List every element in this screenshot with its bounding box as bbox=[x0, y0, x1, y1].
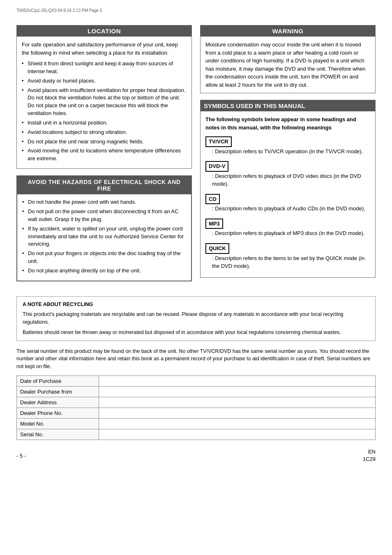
symbol-entry-mp3: MP3 : Description refers to playback of … bbox=[205, 216, 370, 237]
symbols-section: SYMBOLS USED IN THIS MANUAL The followin… bbox=[200, 100, 376, 278]
footer-lang: EN bbox=[363, 448, 376, 456]
recycle-text1: This product's packaging materials are r… bbox=[23, 311, 369, 326]
symbol-entry-tvcr: TV/VCR : Description refers to TV/VCR op… bbox=[205, 134, 370, 155]
symbol-desc: : Description refers to the items to be … bbox=[205, 255, 370, 270]
location-section: LOCATION For safe operation and satisfac… bbox=[16, 25, 192, 169]
symbol-tag: TV/VCR bbox=[205, 136, 232, 147]
list-item: Do not place the unit near strong magnet… bbox=[22, 138, 187, 146]
table-cell-label: Model No. bbox=[17, 418, 99, 429]
table-cell-label: Date of Purchase bbox=[17, 375, 99, 386]
file-header-text: T0052UC(p1-35).QX3 04.9.16 2:13 PM Page … bbox=[16, 8, 102, 13]
table-cell-value bbox=[99, 397, 376, 408]
table-row: Dealer Address bbox=[17, 397, 376, 408]
location-content: For safe operation and satisfactory perf… bbox=[17, 37, 191, 168]
list-item: Avoid locations subject to strong vibrat… bbox=[22, 129, 187, 136]
list-item: Do not handle the power cord with wet ha… bbox=[22, 198, 186, 206]
list-item: Do not pull on the power cord when disco… bbox=[22, 208, 186, 223]
table-cell-value bbox=[99, 429, 376, 440]
symbols-intro: The following symbols below appear in so… bbox=[205, 115, 370, 131]
table-cell-value bbox=[99, 408, 376, 418]
recycle-text2: Batteries should never be thrown away or… bbox=[23, 329, 369, 336]
table-cell-value bbox=[99, 418, 376, 429]
list-item: Avoid moving the unit to locations where… bbox=[22, 147, 187, 163]
footer-right: EN 1C29 bbox=[363, 448, 376, 463]
symbol-desc: : Description refers to playback of MP3 … bbox=[205, 230, 370, 237]
symbol-tag: DVD-V bbox=[205, 161, 228, 172]
warning-text: Moisture condensation may occur inside t… bbox=[205, 41, 370, 89]
warning-section: WARNING Moisture condensation may occur … bbox=[200, 25, 376, 93]
footer-page: - 5 - bbox=[16, 453, 26, 459]
page-footer: - 5 - EN 1C29 bbox=[16, 448, 376, 463]
symbols-content: The following symbols below appear in so… bbox=[201, 111, 375, 277]
list-item: Avoid dusty or humid places. bbox=[22, 77, 187, 85]
symbol-tag: CD bbox=[205, 194, 220, 205]
symbol-entry-dvdv: DVD-V : Description refers to playback o… bbox=[205, 159, 370, 188]
warning-title: WARNING bbox=[201, 25, 375, 37]
symbol-tag: MP3 bbox=[205, 219, 223, 229]
hazards-bullets: Do not handle the power cord with wet ha… bbox=[22, 198, 186, 275]
symbol-desc: : Description refers to playback of Audi… bbox=[205, 205, 370, 213]
right-column: WARNING Moisture condensation may occur … bbox=[200, 25, 376, 288]
table-cell-label: Serial No. bbox=[17, 429, 99, 440]
symbol-entry-quick: QUICK : Description refers to the items … bbox=[205, 241, 370, 270]
warning-content: Moisture condensation may occur inside t… bbox=[201, 37, 375, 93]
table-row: Model No. bbox=[17, 418, 376, 429]
list-item: Install unit in a horizontal position. bbox=[22, 119, 187, 127]
symbols-title: SYMBOLS USED IN THIS MANUAL bbox=[201, 100, 375, 111]
list-item: Avoid places with insufficient ventilati… bbox=[22, 87, 187, 117]
record-table: Date of PurchaseDealer Purchase fromDeal… bbox=[16, 375, 376, 440]
left-column: LOCATION For safe operation and satisfac… bbox=[16, 25, 192, 288]
table-row: Dealer Purchase from bbox=[17, 386, 376, 397]
table-cell-value bbox=[99, 375, 376, 386]
hazards-title: AVOID THE HAZARDS OF ELECTRICAL SHOCK AN… bbox=[17, 176, 191, 194]
serial-info-text: The serial number of this product may be… bbox=[16, 348, 376, 371]
list-item: If by accident, water is spilled on your… bbox=[22, 225, 186, 249]
table-cell-value bbox=[99, 386, 376, 397]
table-cell-label: Dealer Phone No. bbox=[17, 408, 99, 418]
list-item: Shield it from direct sunlight and keep … bbox=[22, 60, 187, 76]
symbol-desc: : Description refers to TV/VCR operation… bbox=[205, 148, 370, 156]
table-row: Date of Purchase bbox=[17, 375, 376, 386]
symbol-tag: QUICK bbox=[205, 243, 229, 254]
symbol-entry-cd: CD : Description refers to playback of A… bbox=[205, 191, 370, 213]
table-cell-label: Dealer Address bbox=[17, 397, 99, 408]
table-row: Dealer Phone No. bbox=[17, 408, 376, 418]
list-item: Do not place anything directly on top of… bbox=[22, 267, 186, 275]
footer-code: 1C29 bbox=[363, 456, 376, 463]
table-cell-label: Dealer Purchase from bbox=[17, 386, 99, 397]
location-intro: For safe operation and satisfactory perf… bbox=[22, 41, 187, 57]
location-bullets: Shield it from direct sunlight and keep … bbox=[22, 60, 187, 163]
hazards-content: Do not handle the power cord with wet ha… bbox=[17, 194, 191, 281]
list-item: Do not put your fingers or objects into … bbox=[22, 250, 186, 265]
symbol-desc: : Description refers to playback of DVD … bbox=[205, 173, 370, 188]
location-title: LOCATION bbox=[17, 25, 191, 37]
file-header: T0052UC(p1-35).QX3 04.9.16 2:13 PM Page … bbox=[16, 8, 376, 13]
table-row: Serial No. bbox=[17, 429, 376, 440]
recycle-section: A NOTE ABOUT RECYCLING This product's pa… bbox=[16, 296, 376, 341]
hazards-section: AVOID THE HAZARDS OF ELECTRICAL SHOCK AN… bbox=[16, 175, 192, 281]
recycle-title: A NOTE ABOUT RECYCLING bbox=[23, 301, 369, 309]
